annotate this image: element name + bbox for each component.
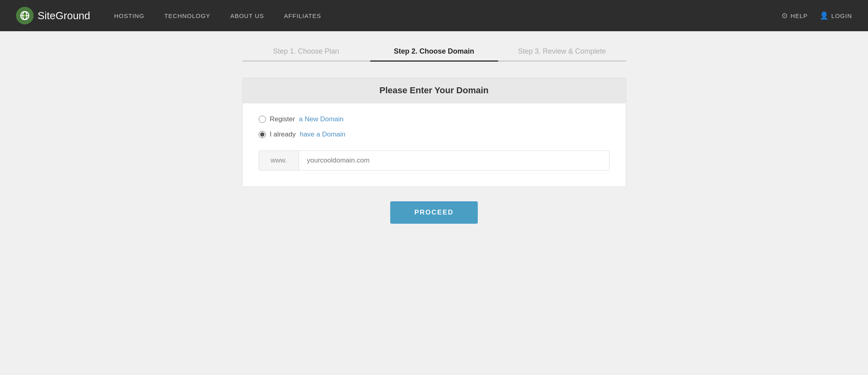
- navbar: SiteGround HOSTING TECHNOLOGY ABOUT US A…: [0, 0, 868, 31]
- login-label: LOGIN: [831, 12, 852, 19]
- new-domain-link[interactable]: a New Domain: [299, 115, 344, 123]
- domain-radio-group: Register a New Domain I already have a D…: [259, 115, 610, 138]
- step-3[interactable]: Step 3. Review & Complete: [498, 47, 626, 62]
- navbar-left: SiteGround HOSTING TECHNOLOGY ABOUT US A…: [16, 7, 321, 24]
- domain-input-row: www.: [259, 150, 610, 170]
- nav-about[interactable]: ABOUT US: [230, 12, 264, 19]
- register-new-domain-radio[interactable]: [259, 116, 266, 123]
- domain-card: Please Enter Your Domain Register a New …: [242, 78, 626, 187]
- help-nav[interactable]: ⊙ HELP: [782, 11, 808, 20]
- card-title: Please Enter Your Domain: [379, 85, 489, 95]
- stepper: Step 1. Choose Plan Step 2. Choose Domai…: [242, 47, 626, 62]
- existing-domain-option[interactable]: I already have a Domain: [259, 130, 610, 138]
- register-new-domain-option[interactable]: Register a New Domain: [259, 115, 610, 123]
- card-body: Register a New Domain I already have a D…: [243, 103, 626, 186]
- user-icon: 👤: [820, 11, 829, 20]
- brand-name: SiteGround: [38, 10, 90, 22]
- help-circle-icon: ⊙: [782, 11, 788, 20]
- register-prefix-text: Register: [270, 115, 295, 123]
- proceed-wrap: PROCEED: [390, 201, 477, 224]
- login-nav[interactable]: 👤 LOGIN: [820, 11, 852, 20]
- step-2[interactable]: Step 2. Choose Domain: [370, 47, 498, 62]
- navbar-right: ⊙ HELP 👤 LOGIN: [782, 11, 852, 20]
- main-content: Step 1. Choose Plan Step 2. Choose Domai…: [0, 31, 868, 375]
- domain-input[interactable]: [299, 151, 609, 170]
- step-1[interactable]: Step 1. Choose Plan: [242, 47, 370, 62]
- siteground-logo-icon: [16, 7, 34, 24]
- nav-hosting[interactable]: HOSTING: [114, 12, 144, 19]
- nav-links: HOSTING TECHNOLOGY ABOUT US AFFILIATES: [114, 12, 321, 19]
- nav-affiliates[interactable]: AFFILIATES: [284, 12, 321, 19]
- have-domain-link[interactable]: have a Domain: [300, 130, 345, 138]
- card-header: Please Enter Your Domain: [243, 78, 626, 103]
- existing-domain-radio[interactable]: [259, 131, 266, 138]
- nav-technology[interactable]: TECHNOLOGY: [164, 12, 210, 19]
- existing-prefix-text: I already: [270, 130, 296, 138]
- help-label: HELP: [790, 12, 808, 19]
- svg-point-4: [24, 15, 26, 17]
- logo[interactable]: SiteGround: [16, 7, 90, 24]
- proceed-button[interactable]: PROCEED: [390, 201, 477, 224]
- domain-prefix: www.: [259, 151, 299, 170]
